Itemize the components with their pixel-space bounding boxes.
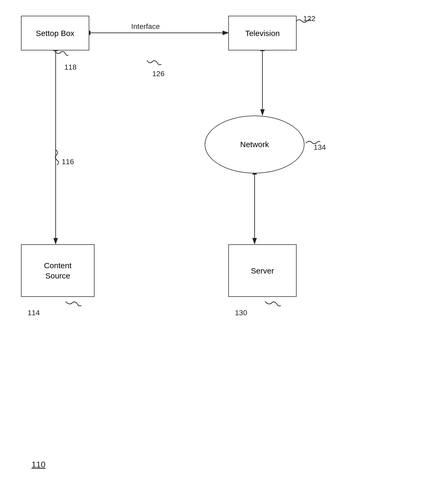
settop-box-node: Settop Box (21, 16, 89, 50)
television-node: Television (228, 16, 297, 50)
figure-number: 110 (31, 460, 45, 469)
connection-116-ref: 116 (62, 158, 74, 166)
server-node: Server (228, 244, 297, 297)
interface-ref: 126 (152, 70, 165, 78)
television-label: Television (245, 28, 280, 38)
server-ref: 130 (235, 309, 247, 317)
settop-box-label: Settop Box (36, 28, 75, 38)
content-source-ref: 114 (28, 309, 40, 317)
diagram: Settop Box 118 Television 122 Interface … (0, 0, 448, 491)
network-ref: 134 (314, 143, 326, 152)
network-node: Network (205, 116, 304, 173)
server-label: Server (251, 266, 274, 276)
content-source-node: Content Source (21, 244, 94, 297)
content-source-label: Content Source (44, 260, 71, 281)
settop-box-ref: 118 (64, 63, 77, 71)
network-label: Network (240, 140, 269, 149)
television-ref: 122 (303, 14, 315, 23)
interface-label: Interface (131, 22, 160, 31)
